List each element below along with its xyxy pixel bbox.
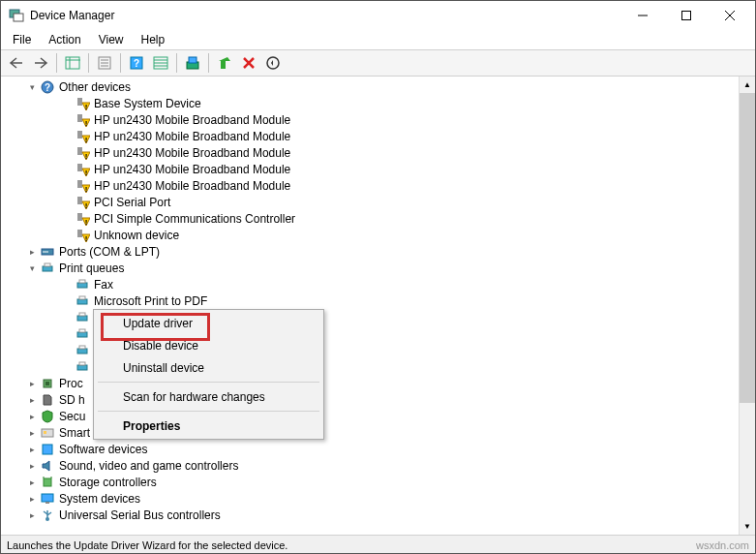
svg-rect-39 [77,197,82,204]
tree-item[interactable]: Fax [1,276,739,292]
tree-category-sysdev[interactable]: ▸System devices [1,490,739,507]
storage-icon [40,475,55,490]
svg-rect-49 [43,266,52,271]
menu-help[interactable]: Help [134,31,173,48]
svg-rect-37 [77,180,82,188]
svg-text:!: ! [85,152,88,160]
svg-rect-50 [45,263,50,266]
tree-category-storage[interactable]: ▸Storage controllers [1,474,739,490]
separator [98,411,319,412]
tree-category-sound[interactable]: ▸Sound, video and game controllers [1,457,739,474]
ctx-scan-hardware[interactable]: Scan for hardware changes [96,385,321,408]
uninstall-button[interactable] [237,51,260,75]
chevron-down-icon: ▾ [26,262,38,274]
maximize-button[interactable] [664,2,708,30]
chevron-right-icon: ▸ [26,394,38,406]
tree-category-print[interactable]: ▾Print queues [1,260,739,276]
svg-text:?: ? [134,58,139,69]
help-button[interactable]: ? [125,51,148,75]
printer-icon [75,326,90,342]
svg-rect-61 [77,365,87,370]
svg-text:!: ! [85,234,88,242]
tree-item[interactable]: !HP un2430 Mobile Broadband Module [1,161,739,177]
system-icon [40,491,55,507]
security-icon [40,409,55,424]
warning-device-icon: ! [75,211,90,227]
svg-text:!: ! [85,185,88,193]
svg-text:!: ! [85,218,88,226]
warning-device-icon: ! [75,129,90,144]
back-button[interactable] [5,51,28,75]
svg-rect-56 [79,313,85,316]
watermark: wsxdn.com [696,539,749,551]
svg-rect-55 [77,316,87,321]
tree-item[interactable]: !PCI Serial Port [1,194,739,210]
svg-rect-65 [42,429,53,437]
svg-text:!: ! [85,169,88,176]
warning-device-icon: ! [75,162,90,177]
ctx-properties[interactable]: Properties [96,415,321,437]
cpu-icon [40,376,55,391]
svg-rect-20 [189,57,197,63]
svg-rect-71 [42,494,53,502]
chevron-right-icon: ▸ [26,477,38,488]
tree-item[interactable]: !HP un2430 Mobile Broadband Module [1,128,739,144]
ctx-uninstall-device[interactable]: Uninstall device [96,356,321,379]
svg-rect-41 [77,213,82,221]
svg-text:!: ! [85,201,88,209]
tree-item[interactable]: !Unknown device [1,227,739,243]
svg-rect-68 [44,478,51,486]
device-tree[interactable]: ▾?Other devices !Base System Device !HP … [1,77,739,535]
menu-action[interactable]: Action [41,31,88,48]
enable-button[interactable] [213,51,236,75]
update-driver-button[interactable] [181,51,204,75]
svg-rect-27 [77,98,82,106]
svg-rect-57 [77,332,87,337]
chevron-right-icon: ▸ [26,246,38,258]
tree-item[interactable]: !HP un2430 Mobile Broadband Module [1,111,739,128]
scrollbar-thumb[interactable] [740,93,755,403]
svg-rect-33 [77,147,82,155]
warning-device-icon: ! [75,112,90,128]
forward-button[interactable] [29,51,52,75]
view-button[interactable] [149,51,172,75]
scrollbar-track[interactable] [740,93,755,518]
svg-text:?: ? [45,82,50,93]
tree-category-software[interactable]: ▸Software devices [1,441,739,457]
scroll-up-button[interactable]: ▲ [740,77,755,93]
tree-item[interactable]: !HP un2430 Mobile Broadband Module [1,177,739,194]
svg-rect-54 [79,296,85,299]
scroll-down-button[interactable]: ▼ [740,518,755,535]
printer-icon [75,359,90,375]
chevron-right-icon: ▸ [26,509,38,521]
close-button[interactable] [708,2,751,30]
printer-icon [40,261,55,276]
chevron-right-icon: ▸ [26,460,38,472]
warning-device-icon: ! [75,145,90,161]
tree-item[interactable]: !PCI Simple Communications Controller [1,210,739,227]
smartcard-icon [40,425,55,441]
properties-button[interactable] [93,51,116,75]
tree-item[interactable]: !Base System Device [1,95,739,111]
show-hide-button[interactable] [61,51,84,75]
menu-view[interactable]: View [91,31,132,48]
tree-category-ports[interactable]: ▸Ports (COM & LPT) [1,243,739,260]
svg-rect-62 [79,362,85,365]
chevron-right-icon: ▸ [26,411,38,422]
minimize-button[interactable] [620,2,664,30]
ctx-disable-device[interactable]: Disable device [96,334,321,356]
menu-file[interactable]: File [5,31,39,48]
svg-text:!: ! [85,136,88,143]
window-title: Device Manager [30,9,620,22]
svg-rect-43 [77,230,82,237]
svg-rect-3 [681,12,690,20]
ctx-update-driver[interactable]: Update driver [96,312,321,334]
vertical-scrollbar[interactable]: ▲ ▼ [739,77,755,535]
tree-category-other[interactable]: ▾?Other devices [1,78,739,95]
scan-hardware-button[interactable] [261,51,285,75]
svg-text:!: ! [85,103,88,110]
tree-item[interactable]: Microsoft Print to PDF [1,292,739,309]
svg-rect-35 [77,164,82,171]
tree-category-usb[interactable]: ▸Universal Serial Bus controllers [1,507,739,523]
tree-item[interactable]: !HP un2430 Mobile Broadband Module [1,144,739,161]
